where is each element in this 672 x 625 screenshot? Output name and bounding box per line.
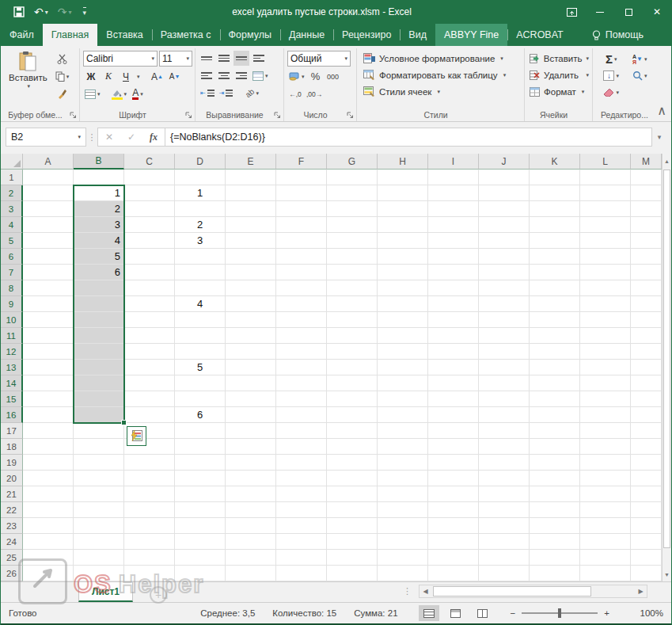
cell-B8[interactable]	[74, 280, 124, 296]
cell-L12[interactable]	[580, 344, 631, 360]
cell-J14[interactable]	[479, 375, 530, 391]
cell-E16[interactable]	[226, 407, 276, 423]
cell-M14[interactable]	[631, 375, 662, 391]
cell-D14[interactable]	[175, 375, 226, 391]
cell-E19[interactable]	[226, 455, 276, 471]
cell-E22[interactable]	[226, 502, 276, 518]
cell-I15[interactable]	[428, 391, 479, 407]
expand-formula-bar-button[interactable]: ▾	[652, 133, 666, 141]
cell-M2[interactable]	[631, 185, 662, 201]
cell-M1[interactable]	[631, 170, 662, 185]
row-header-8[interactable]: 8	[1, 280, 23, 296]
cell-D5[interactable]: 3	[175, 233, 226, 249]
cell-L20[interactable]	[580, 471, 631, 486]
cell-E21[interactable]	[226, 486, 276, 502]
cell-E9[interactable]	[226, 296, 276, 312]
cell-I5[interactable]	[428, 233, 479, 249]
cell-M10[interactable]	[631, 312, 662, 328]
font-color-button[interactable]: А▾	[130, 86, 146, 101]
cell-M9[interactable]	[631, 296, 662, 312]
cell-H15[interactable]	[378, 391, 428, 407]
cell-J15[interactable]	[479, 391, 530, 407]
row-header-4[interactable]: 4	[1, 217, 23, 233]
column-header-E[interactable]: E	[226, 154, 276, 170]
cell-C9[interactable]	[124, 296, 175, 312]
tab-формулы[interactable]: Формулы	[220, 24, 280, 46]
cell-B23[interactable]	[74, 518, 124, 534]
cell-I23[interactable]	[428, 518, 479, 534]
row-header-7[interactable]: 7	[1, 265, 23, 280]
cell-C16[interactable]	[124, 407, 175, 423]
cell-H17[interactable]	[378, 423, 428, 439]
cell-J5[interactable]	[479, 233, 530, 249]
cell-G10[interactable]	[327, 312, 378, 328]
cell-L21[interactable]	[580, 486, 631, 502]
enter-formula-button[interactable]: ✓	[120, 131, 142, 143]
cell-C12[interactable]	[124, 344, 175, 360]
row-header-11[interactable]: 11	[1, 328, 23, 344]
cell-F9[interactable]	[276, 296, 327, 312]
column-header-J[interactable]: J	[479, 154, 530, 170]
row-header-16[interactable]: 16	[1, 407, 23, 423]
cell-D19[interactable]	[175, 455, 226, 471]
cell-K3[interactable]	[530, 201, 580, 217]
cell-K20[interactable]	[530, 471, 580, 486]
row-header-6[interactable]: 6	[1, 249, 23, 265]
cell-D23[interactable]	[175, 518, 226, 534]
cell-E8[interactable]	[226, 280, 276, 296]
cell-L19[interactable]	[580, 455, 631, 471]
vertical-scroll-thumb[interactable]	[663, 170, 670, 548]
cell-H24[interactable]	[378, 534, 428, 550]
cell-F17[interactable]	[276, 423, 327, 439]
cell-B11[interactable]	[74, 328, 124, 344]
cell-D18[interactable]	[175, 439, 226, 455]
cell-A24[interactable]	[23, 534, 74, 550]
cell-K17[interactable]	[530, 423, 580, 439]
cell-E10[interactable]	[226, 312, 276, 328]
cell-M22[interactable]	[631, 502, 662, 518]
cell-I20[interactable]	[428, 471, 479, 486]
cell-B12[interactable]	[74, 344, 124, 360]
cell-L17[interactable]	[580, 423, 631, 439]
cell-J2[interactable]	[479, 185, 530, 201]
cell-F14[interactable]	[276, 375, 327, 391]
cell-D6[interactable]	[175, 249, 226, 265]
cell-C25[interactable]	[124, 550, 175, 566]
row-header-18[interactable]: 18	[1, 439, 23, 455]
cell-F2[interactable]	[276, 185, 327, 201]
cell-F6[interactable]	[276, 249, 327, 265]
cell-A6[interactable]	[23, 249, 74, 265]
number-dialog-launcher[interactable]	[346, 111, 355, 120]
row-header-26[interactable]: 26	[1, 566, 23, 581]
cell-I2[interactable]	[428, 185, 479, 201]
column-header-F[interactable]: F	[276, 154, 327, 170]
cell-K23[interactable]	[530, 518, 580, 534]
tab-вид[interactable]: Вид	[400, 24, 435, 46]
cell-G20[interactable]	[327, 471, 378, 486]
cell-M5[interactable]	[631, 233, 662, 249]
cell-M12[interactable]	[631, 344, 662, 360]
cell-A13[interactable]	[23, 360, 74, 375]
cell-H13[interactable]	[378, 360, 428, 375]
autosum-button[interactable]: Σ▾	[599, 51, 624, 67]
tab-данные[interactable]: Данные	[280, 24, 333, 46]
cell-F5[interactable]	[276, 233, 327, 249]
cell-E15[interactable]	[226, 391, 276, 407]
close-button[interactable]: ✕	[643, 0, 671, 24]
cell-A15[interactable]	[23, 391, 74, 407]
cell-J21[interactable]	[479, 486, 530, 502]
row-header-25[interactable]: 25	[1, 550, 23, 566]
cell-K1[interactable]	[530, 170, 580, 185]
cell-G6[interactable]	[327, 249, 378, 265]
cell-C21[interactable]	[124, 486, 175, 502]
fill-button[interactable]: ↓▾	[599, 68, 624, 83]
cell-K9[interactable]	[530, 296, 580, 312]
orientation-button[interactable]: ab▾	[244, 86, 260, 101]
cell-M7[interactable]	[631, 265, 662, 280]
row-header-15[interactable]: 15	[1, 391, 23, 407]
cell-B4[interactable]: 3	[74, 217, 124, 233]
cell-M4[interactable]	[631, 217, 662, 233]
cell-K19[interactable]	[530, 455, 580, 471]
cell-D13[interactable]: 5	[175, 360, 226, 375]
cell-H21[interactable]	[378, 486, 428, 502]
